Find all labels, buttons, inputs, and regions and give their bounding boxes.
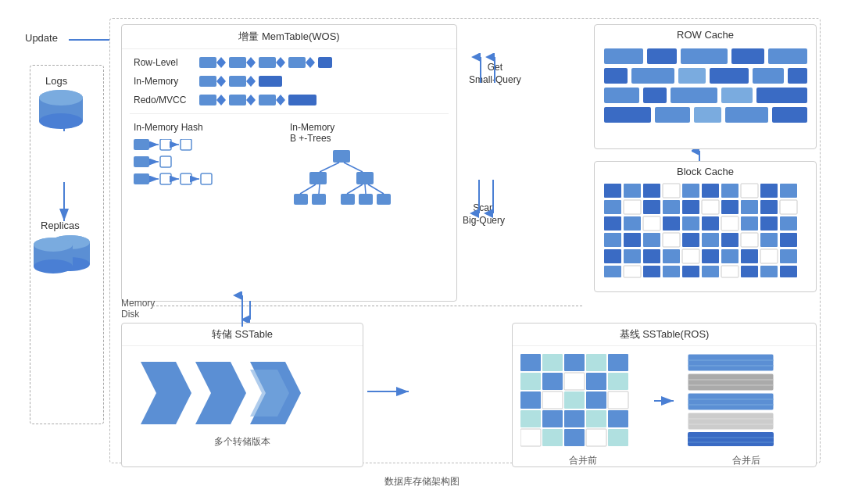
svg-marker-53 — [246, 95, 251, 105]
svg-rect-205 — [608, 410, 628, 427]
svg-rect-141 — [663, 216, 680, 231]
chevron-arrows — [133, 354, 352, 432]
svg-rect-75 — [309, 172, 327, 184]
sstable-content: 合并前 — [513, 346, 816, 475]
svg-rect-149 — [624, 233, 641, 247]
svg-rect-210 — [608, 429, 628, 446]
transfer-to-base-arrow — [366, 384, 413, 399]
svg-rect-135 — [741, 200, 758, 214]
svg-marker-36 — [276, 57, 281, 68]
svg-marker-51 — [221, 95, 226, 105]
svg-rect-172 — [682, 266, 699, 277]
svg-rect-197 — [542, 391, 563, 409]
svg-rect-152 — [682, 233, 699, 247]
block-cache-grid — [600, 181, 811, 279]
svg-marker-40 — [310, 57, 315, 68]
svg-rect-74 — [333, 150, 350, 163]
svg-rect-94 — [681, 48, 728, 64]
sstable-base-box: 基线 SSTable(ROS) — [512, 323, 817, 467]
svg-marker-180 — [141, 362, 191, 424]
svg-marker-46 — [246, 76, 251, 87]
sstable-transfer-sub: 多个转储版本 — [122, 435, 363, 449]
block-cache-title: Block Cache — [595, 162, 816, 181]
svg-marker-37 — [281, 57, 285, 68]
svg-rect-118 — [604, 184, 621, 198]
svg-rect-124 — [721, 184, 738, 198]
svg-rect-104 — [643, 88, 667, 103]
svg-rect-129 — [624, 200, 641, 214]
logs-db-icon — [38, 88, 84, 131]
caption: 数据库存储架构图 — [384, 475, 460, 488]
redo-mvcc-blocks — [199, 93, 332, 107]
svg-rect-45 — [229, 76, 246, 87]
svg-rect-196 — [520, 391, 541, 409]
sstable-to-blockcache-arrows — [117, 291, 352, 331]
svg-rect-194 — [586, 373, 606, 390]
svg-rect-163 — [702, 249, 719, 263]
svg-rect-66 — [160, 156, 171, 167]
svg-marker-50 — [216, 95, 221, 105]
svg-rect-71 — [181, 173, 191, 184]
in-memory-blocks — [199, 74, 301, 88]
svg-line-77 — [320, 163, 339, 172]
svg-rect-203 — [564, 410, 585, 427]
svg-rect-202 — [542, 410, 563, 427]
svg-rect-95 — [731, 48, 764, 64]
memtable-title: 增量 MemTable(WOS) — [122, 25, 456, 49]
svg-rect-82 — [359, 194, 373, 205]
svg-rect-133 — [702, 200, 719, 214]
svg-rect-170 — [643, 266, 660, 277]
svg-rect-161 — [663, 249, 680, 263]
svg-rect-143 — [702, 216, 719, 231]
svg-rect-156 — [760, 233, 778, 247]
svg-line-85 — [319, 184, 320, 194]
svg-rect-106 — [721, 88, 753, 103]
svg-rect-188 — [564, 354, 585, 371]
in-memory-btrees-label: In-Memory B +-Trees — [290, 122, 431, 144]
svg-rect-175 — [741, 266, 758, 277]
svg-rect-169 — [624, 266, 641, 277]
svg-marker-30 — [216, 57, 221, 68]
svg-marker-39 — [306, 57, 310, 68]
svg-rect-153 — [702, 233, 719, 247]
merge-before-panel: 合并前 — [520, 354, 645, 467]
svg-rect-29 — [199, 57, 216, 68]
svg-marker-34 — [251, 57, 256, 68]
svg-marker-33 — [246, 57, 251, 68]
svg-rect-206 — [520, 429, 541, 446]
row-cache-box: ROW Cache — [594, 24, 817, 149]
svg-rect-59 — [134, 139, 149, 150]
svg-rect-229 — [688, 432, 774, 446]
svg-rect-167 — [780, 249, 797, 263]
svg-rect-97 — [604, 68, 628, 84]
merge-after-label: 合并后 — [684, 454, 808, 467]
svg-rect-138 — [604, 216, 621, 231]
svg-rect-64 — [134, 156, 149, 167]
replicas-label: Replicas — [41, 220, 80, 231]
svg-rect-190 — [608, 354, 628, 371]
hash-btrees-section: In-Memory Hash — [122, 114, 456, 239]
svg-rect-142 — [682, 216, 699, 231]
svg-rect-186 — [520, 354, 541, 371]
svg-rect-208 — [564, 429, 585, 446]
row-level-blocks — [199, 55, 332, 70]
svg-rect-165 — [741, 249, 758, 263]
svg-rect-158 — [604, 249, 621, 263]
logs-label: Logs — [45, 75, 67, 87]
svg-rect-48 — [259, 76, 282, 87]
in-memory-btrees-panel: In-Memory B +-Trees — [290, 122, 431, 231]
svg-line-78 — [344, 163, 363, 172]
svg-rect-176 — [760, 266, 778, 277]
svg-line-88 — [368, 184, 384, 194]
svg-rect-108 — [604, 107, 651, 123]
svg-rect-139 — [624, 216, 641, 231]
svg-rect-140 — [643, 216, 660, 231]
row-cache-title: ROW Cache — [595, 25, 816, 45]
sstable-base-title: 基线 SSTable(ROS) — [513, 323, 816, 346]
get-query-arrows — [465, 53, 520, 84]
svg-rect-79 — [294, 194, 308, 205]
svg-rect-164 — [721, 249, 738, 263]
merge-before-label: 合并前 — [520, 454, 645, 467]
svg-rect-154 — [721, 233, 738, 247]
svg-rect-207 — [542, 429, 563, 446]
